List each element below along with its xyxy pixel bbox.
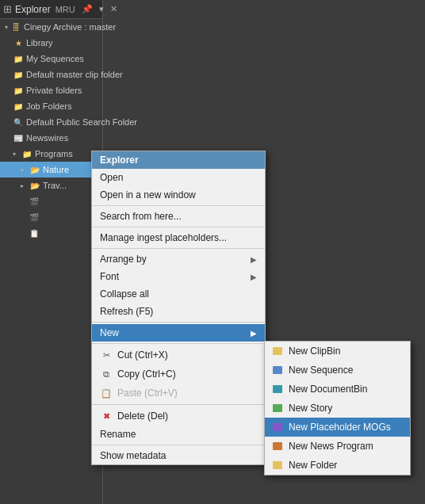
trav-icon: 📂 — [29, 180, 40, 191]
cm-rename[interactable]: Rename — [92, 426, 265, 443]
defaultmaster-icon: 📁 — [13, 69, 24, 80]
copy-icon: ⧉ — [100, 368, 113, 380]
cm-search[interactable]: Search from here... — [92, 208, 265, 225]
mru-button[interactable]: MRU — [54, 5, 77, 14]
cm-arrange-label: Arrange by — [100, 254, 147, 265]
cm-copy[interactable]: ⧉ Copy (Ctrl+C) — [92, 365, 265, 384]
cm-sep-4 — [92, 322, 265, 323]
cm-paste-label: Paste (Ctrl+V) — [117, 388, 178, 399]
trav-label: Trav... — [43, 181, 67, 190]
defaultmaster-label: Default master clip folder — [26, 70, 123, 79]
sub-new-placeholder-mogs[interactable]: New Placeholder MOGs — [265, 418, 410, 437]
cm-new-label: New — [100, 327, 119, 338]
cm-sep-5 — [92, 343, 265, 344]
root-expand-icon: ▾ — [5, 24, 8, 31]
pin-button[interactable]: 📌 — [80, 4, 94, 14]
tree-item-mysequences[interactable]: 📁 My Sequences — [0, 51, 102, 67]
tree-item-nature[interactable]: ▾ 📂 Nature — [0, 162, 102, 178]
news-program-icon — [271, 440, 284, 452]
tree-item-newswires[interactable]: 📰 Newswires — [0, 130, 102, 146]
submenu-new: New ClipBin New Sequence New DocumentBin… — [264, 341, 411, 475]
documentbin-icon — [271, 383, 284, 395]
sub-new-news-program-label: New News Program — [289, 441, 373, 452]
paste-icon: 📋 — [100, 387, 113, 399]
cm-copy-label: Copy (Ctrl+C) — [117, 368, 176, 380]
sub-new-sequence[interactable]: New Sequence — [265, 361, 410, 380]
search-folder-icon: 🔍 — [13, 116, 24, 128]
nature-expand-icon: ▾ — [21, 166, 27, 174]
tree-item-clip1[interactable]: 🎬 — [0, 193, 102, 209]
tree-item-clip3[interactable]: 📋 — [0, 225, 102, 241]
explorer-panel: ⊞ Explorer MRU 📌 ▾ ✕ ▾ 🗄 Cinegy Archive … — [0, 0, 103, 504]
cm-refresh[interactable]: Refresh (F5) — [92, 303, 265, 320]
sub-new-folder[interactable]: New Folder — [265, 456, 410, 475]
cm-manage-ingest-label: Manage ingest placeholders... — [100, 232, 227, 243]
newswires-icon: 📰 — [13, 132, 24, 143]
sub-new-story-label: New Story — [289, 403, 332, 414]
root-folder-icon: 🗄 — [10, 21, 21, 32]
context-menu: Explorer Open Open in a new window Searc… — [91, 151, 266, 465]
job-icon: 📁 — [13, 101, 24, 112]
cm-search-label: Search from here... — [100, 211, 182, 222]
panel-title: Explorer — [15, 4, 51, 15]
cm-arrange[interactable]: Arrange by ▶ — [92, 250, 265, 268]
cm-open-label: Open — [100, 172, 123, 183]
cm-show-metadata[interactable]: Show metadata — [92, 447, 265, 464]
trav-expand-icon: ▸ — [21, 182, 27, 189]
clip2-icon: 🎬 — [29, 212, 40, 223]
sub-new-documentbin-label: New DocumentBin — [289, 384, 367, 395]
cm-font-arrow: ▶ — [251, 273, 257, 281]
cm-sep-6 — [92, 404, 265, 405]
programs-icon: 📁 — [21, 148, 33, 159]
clip1-icon: 🎬 — [29, 196, 40, 207]
private-icon: 📁 — [13, 85, 24, 96]
tree-item-library[interactable]: ★ Library — [0, 35, 102, 51]
clip3-icon: 📋 — [29, 227, 40, 239]
cm-manage-ingest[interactable]: Manage ingest placeholders... — [92, 229, 265, 246]
root-label: Cinegy Archive : master — [24, 22, 116, 32]
new-folder-icon — [271, 459, 284, 472]
cm-sep-1 — [92, 205, 265, 206]
explorer-panel-icon: ⊞ — [3, 3, 12, 15]
close-panel-button[interactable]: ✕ — [109, 4, 119, 14]
newswires-label: Newswires — [26, 133, 68, 143]
cm-cut[interactable]: ✂ Cut (Ctrl+X) — [92, 346, 265, 365]
job-label: Job Folders — [26, 101, 71, 111]
cm-rename-label: Rename — [100, 429, 136, 440]
sub-new-documentbin[interactable]: New DocumentBin — [265, 380, 410, 399]
myseq-label: My Sequences — [26, 54, 84, 63]
tree-item-job[interactable]: 📁 Job Folders — [0, 98, 102, 114]
library-label: Library — [26, 38, 53, 48]
tree-root[interactable]: ▾ 🗄 Cinegy Archive : master — [0, 19, 102, 35]
sub-new-news-program[interactable]: New News Program — [265, 437, 410, 456]
cm-refresh-label: Refresh (F5) — [100, 306, 153, 317]
tree-item-clip2[interactable]: 🎬 — [0, 209, 102, 225]
tree-item-trav[interactable]: ▸ 📂 Trav... — [0, 178, 102, 193]
programs-label: Programs — [35, 149, 73, 158]
search-label: Default Public Search Folder — [26, 117, 137, 127]
cm-collapse-label: Collapse all — [100, 288, 149, 300]
context-menu-header: Explorer — [92, 151, 265, 169]
explorer-header: ⊞ Explorer MRU 📌 ▾ ✕ — [0, 0, 102, 19]
cm-open-new-window[interactable]: Open in a new window — [92, 186, 265, 204]
tree-item-search[interactable]: 🔍 Default Public Search Folder — [0, 114, 102, 130]
sub-new-clipbin[interactable]: New ClipBin — [265, 342, 410, 361]
menu-button[interactable]: ▾ — [98, 4, 105, 14]
cm-arrange-arrow: ▶ — [251, 255, 257, 264]
cm-delete[interactable]: ✖ Delete (Del) — [92, 407, 265, 426]
tree-item-programs[interactable]: ▾ 📁 Programs — [0, 146, 102, 162]
cm-font[interactable]: Font ▶ — [92, 268, 265, 285]
cm-open[interactable]: Open — [92, 169, 265, 186]
cm-collapse[interactable]: Collapse all — [92, 285, 265, 303]
cm-new-arrow: ▶ — [251, 329, 257, 338]
sub-new-story[interactable]: New Story — [265, 399, 410, 418]
private-label: Private folders — [26, 86, 82, 95]
tree-item-defaultmaster[interactable]: 📁 Default master clip folder — [0, 67, 102, 82]
delete-icon: ✖ — [100, 410, 113, 422]
tree-item-private[interactable]: 📁 Private folders — [0, 82, 102, 98]
cm-new[interactable]: New ▶ — [92, 324, 265, 342]
cm-sep-2 — [92, 227, 265, 227]
cm-font-label: Font — [100, 271, 119, 282]
sub-new-sequence-label: New Sequence — [289, 365, 353, 376]
myseq-icon: 📁 — [13, 53, 24, 64]
